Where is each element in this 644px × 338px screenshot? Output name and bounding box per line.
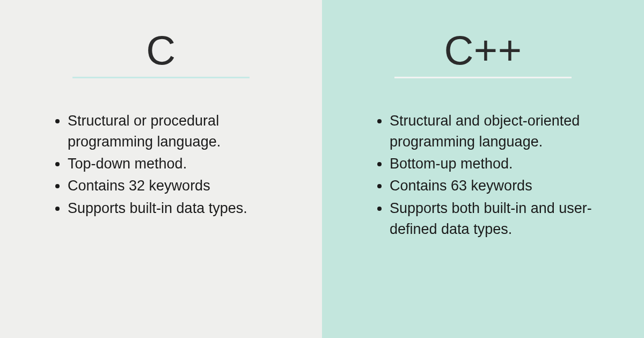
list-item: Bottom-up method.: [390, 153, 606, 174]
list-item: Supports both built-in and user-defined …: [390, 198, 606, 240]
list-item: Top-down method.: [68, 153, 284, 174]
list-item: Structural and object-oriented programmi…: [390, 111, 606, 152]
cpp-panel: C++ Structural and object-oriented progr…: [322, 0, 644, 338]
spacer: [32, 78, 290, 111]
list-item: Structural or procedural programming lan…: [68, 111, 284, 152]
c-points-list: Structural or procedural programming lan…: [32, 111, 290, 219]
list-item: Supports built-in data types.: [68, 198, 284, 219]
spacer: [354, 78, 612, 111]
c-panel: C Structural or procedural programming l…: [0, 0, 322, 338]
cpp-points-list: Structural and object-oriented programmi…: [354, 111, 612, 240]
list-item: Contains 32 keywords: [68, 175, 284, 196]
list-item: Contains 63 keywords: [390, 175, 606, 196]
cpp-title: C++: [354, 27, 612, 74]
c-title: C: [32, 27, 290, 74]
